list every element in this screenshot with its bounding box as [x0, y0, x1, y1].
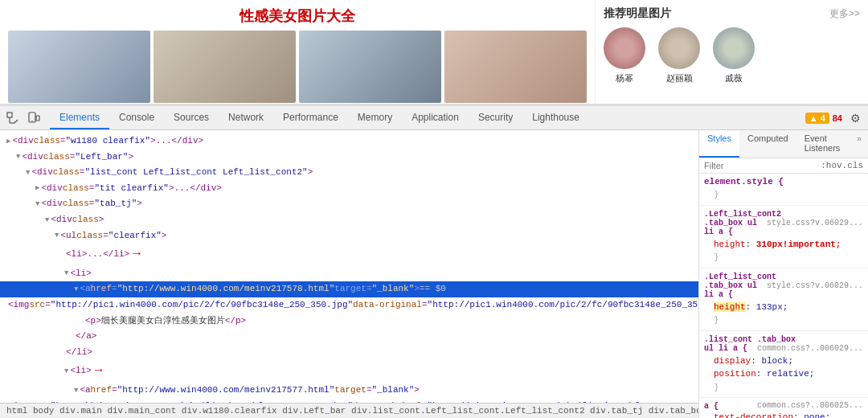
- triangle-icon[interactable]: [26, 167, 30, 178]
- html-line-selected[interactable]: <a href="http://www.win4000.com/meinv217…: [0, 281, 698, 297]
- html-line[interactable]: <a href="http://www.win4000.com/meinv217…: [0, 383, 698, 399]
- more-link[interactable]: 更多>>: [829, 7, 860, 21]
- image-grid: [8, 31, 587, 103]
- styles-more-icon[interactable]: »: [850, 130, 868, 158]
- tab-application[interactable]: Application: [402, 106, 469, 129]
- html-line[interactable]: </li>: [0, 345, 698, 361]
- triangle-icon[interactable]: [6, 136, 10, 147]
- preview-image-2: [154, 31, 296, 103]
- website-preview: 性感美女图片大全 推荐明星图片 更多>> 杨幂 赵丽颖 戚薇: [0, 0, 868, 104]
- tab-console[interactable]: Console: [109, 106, 164, 129]
- preview-image-4: [444, 31, 587, 103]
- html-line[interactable]: <li>...</li> →: [0, 244, 698, 266]
- star-name-2: 赵丽颖: [666, 72, 693, 84]
- device-icon[interactable]: [24, 109, 43, 128]
- red-arrow-2: →: [95, 361, 103, 382]
- tab-security[interactable]: Security: [469, 106, 522, 129]
- filter-hov[interactable]: :hov: [821, 161, 841, 170]
- style-selector: .list_cont .tab_box common.css?..006029.…: [704, 334, 863, 344]
- red-arrow-1: →: [133, 244, 141, 265]
- preview-image-3: [299, 31, 441, 103]
- html-line[interactable]: <div class="list_cont Left_list_cont Lef…: [0, 165, 698, 181]
- style-rule-4: a { common.css?..006025... text-decorati…: [699, 398, 868, 418]
- svg-line-3: [14, 120, 18, 123]
- styles-content: :hov .cls element.style { } .Left_list_c…: [699, 158, 868, 418]
- style-prop: position: relative;: [704, 367, 863, 381]
- triangle-icon[interactable]: [45, 215, 49, 226]
- site-title: 性感美女图片大全: [8, 6, 587, 26]
- settings-icon[interactable]: ⚙: [845, 109, 865, 128]
- style-prop: }: [704, 188, 863, 202]
- tab-event-listeners[interactable]: Event Listeners: [796, 130, 850, 158]
- devtools-status-bar: ▲ 4 84 ⚙: [805, 109, 865, 128]
- html-line[interactable]: <div class="w1180 clearfix">...</div>: [0, 133, 698, 150]
- html-tree[interactable]: <div class="w1180 clearfix">...</div> <d…: [0, 130, 698, 403]
- html-line[interactable]: <ul class="clearfix">: [0, 228, 698, 244]
- style-rule-1: .Left_list_cont2 style.css?v.06029... .t…: [699, 206, 868, 268]
- tab-network[interactable]: Network: [219, 106, 273, 129]
- tab-sources[interactable]: Sources: [164, 106, 219, 129]
- warning-badge: ▲ 4: [805, 113, 829, 124]
- html-line[interactable]: <div class="tit clearfix">...</div>: [0, 181, 698, 197]
- html-line[interactable]: <div class="Left_bar">: [0, 150, 698, 166]
- filter-cls[interactable]: .cls: [842, 161, 863, 170]
- triangle-icon[interactable]: [55, 230, 59, 241]
- star-avatar-1: [604, 27, 645, 69]
- triangle-icon[interactable]: [16, 151, 20, 162]
- star-name-3: 戚薇: [725, 72, 743, 84]
- site-right: 推荐明星图片 更多>> 杨幂 赵丽颖 戚薇: [595, 0, 868, 104]
- tab-elements[interactable]: Elements: [50, 106, 109, 129]
- style-selector: .Left_list_cont style.css?v.06029...: [704, 272, 863, 281]
- style-selector: element.style {: [704, 177, 863, 186]
- site-right-title-text: 推荐明星图片: [604, 6, 671, 21]
- triangle-icon[interactable]: [74, 385, 78, 396]
- html-line[interactable]: <p>细长美腿美女白淳性感美女图片</p>: [0, 314, 698, 330]
- star-item-2[interactable]: 赵丽颖: [658, 27, 700, 84]
- style-rule-2: .Left_list_cont style.css?v.06029... .ta…: [699, 268, 868, 331]
- tab-computed[interactable]: Computed: [739, 130, 796, 158]
- star-row: 杨幂 赵丽颖 戚薇: [604, 27, 860, 84]
- html-line[interactable]: <div class>: [0, 212, 698, 228]
- html-panel: <div class="w1180 clearfix">...</div> <d…: [0, 130, 699, 418]
- tab-performance[interactable]: Performance: [273, 106, 348, 129]
- svg-rect-4: [29, 113, 35, 122]
- filter-bar: :hov .cls: [699, 158, 868, 174]
- tab-memory[interactable]: Memory: [348, 106, 402, 129]
- devtools-icon-bar: [3, 109, 43, 128]
- triangle-icon[interactable]: [64, 268, 68, 279]
- style-prop: display: block;: [704, 354, 863, 368]
- style-prop: text-decoration: none;: [704, 411, 863, 418]
- styles-tab-bar: Styles Computed Event Listeners »: [699, 130, 868, 158]
- preview-image-1: [8, 31, 150, 103]
- devtools-tabs: Elements Console Sources Network Perform…: [50, 106, 589, 129]
- html-line[interactable]: <li>: [0, 266, 698, 282]
- triangle-icon[interactable]: [74, 284, 78, 295]
- style-rule-element: element.style { }: [699, 174, 868, 206]
- html-line[interactable]: </a>: [0, 329, 698, 345]
- site-left: 性感美女图片大全: [0, 0, 595, 104]
- triangle-icon[interactable]: [35, 199, 39, 210]
- filter-input[interactable]: [704, 161, 817, 170]
- html-line[interactable]: <li> →: [0, 360, 698, 383]
- triangle-icon[interactable]: [64, 366, 68, 377]
- breadcrumb: html body div.main div.main_cont div.w11…: [0, 403, 698, 418]
- style-prop: height: 133px;: [704, 301, 863, 314]
- html-line[interactable]: <div class="tab_tj">: [0, 196, 698, 212]
- star-avatar-2: [658, 27, 700, 69]
- svg-rect-0: [7, 113, 12, 117]
- svg-rect-5: [36, 116, 39, 121]
- star-avatar-3: [713, 27, 755, 69]
- devtools-toolbar: Elements Console Sources Network Perform…: [0, 106, 868, 130]
- devtools: Elements Console Sources Network Perform…: [0, 104, 868, 418]
- star-item-1[interactable]: 杨幂: [604, 27, 645, 84]
- tab-lighthouse[interactable]: Lighthouse: [522, 106, 589, 129]
- style-closing: }: [704, 314, 863, 327]
- style-closing: }: [704, 251, 863, 264]
- star-item-3[interactable]: 戚薇: [713, 27, 755, 84]
- tab-styles[interactable]: Styles: [699, 130, 739, 158]
- inspect-icon[interactable]: [3, 109, 23, 128]
- html-line[interactable]: <img src="http://pic1.win4000.com/pic/2/…: [0, 297, 698, 314]
- triangle-icon[interactable]: [35, 182, 39, 194]
- style-selector: .Left_list_cont2 style.css?v.06029...: [704, 209, 863, 219]
- style-rule-3: .list_cont .tab_box common.css?..006029.…: [699, 331, 868, 399]
